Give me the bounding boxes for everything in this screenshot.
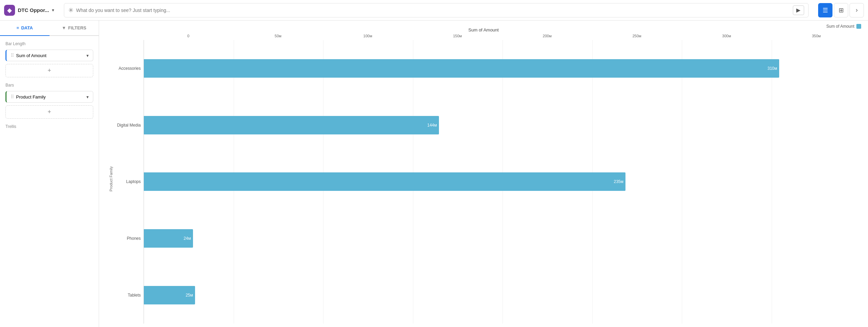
chart-body: 050м100м150м200м250м300м350м Accessories… — [116, 34, 861, 324]
category-labels: AccessoriesDigital MediaLaptopsPhonesTab… — [116, 40, 143, 324]
measure-pill[interactable]: ⠿ Sum of Amount ▾ — [5, 50, 93, 61]
legend-swatch — [856, 24, 861, 29]
category-label: Tablets — [128, 293, 141, 298]
bar-value: 310м — [768, 66, 777, 71]
x-tick: 250м — [592, 34, 682, 38]
legend: Sum of Amount — [826, 24, 861, 29]
bars-container: 310м144м235м24м25м — [143, 40, 861, 324]
y-axis-label-container: Product Family — [106, 34, 116, 324]
dimension-pill[interactable]: ⠿ Product Family ▾ — [5, 91, 93, 103]
bar: 235м — [144, 172, 625, 191]
grid-button[interactable]: ⊞ — [834, 3, 848, 17]
bar-row: 25м — [144, 284, 861, 306]
sidebar-content: Bar Length ⠿ Sum of Amount ▾ + Bars ⠿ Pr… — [0, 36, 99, 327]
bar-row: 144м — [144, 114, 861, 136]
bar-row: 24м — [144, 227, 861, 250]
add-measure-button[interactable]: + — [5, 64, 93, 77]
sidebar-tabs: ≡ DATA ▼ FILTERS — [0, 21, 99, 36]
data-tab-icon: ≡ — [16, 25, 19, 30]
category-label: Digital Media — [117, 123, 141, 128]
drag-icon-dimension: ⠿ — [11, 94, 14, 100]
filter-tab-icon: ▼ — [62, 25, 66, 30]
chart-title: Sum of Amount — [106, 27, 861, 32]
drag-icon-measure: ⠿ — [11, 53, 14, 58]
app-dropdown-icon[interactable]: ▾ — [52, 8, 54, 13]
x-tick: 50м — [233, 34, 323, 38]
chart-inner: Product Family 050м100м150м200м250м300м3… — [106, 34, 861, 324]
terminal-button[interactable]: › — [850, 3, 864, 17]
bar-row: 235м — [144, 170, 861, 193]
x-tick: 0 — [143, 34, 233, 38]
bar: 24м — [144, 229, 193, 248]
bar-length-label: Bar Length — [5, 41, 93, 46]
top-bar: ◆ DTC Oppor... ▾ ✳ ▶ ☰ ⊞ › — [0, 0, 868, 21]
x-axis-row: 050м100м150м200м250м300м350м — [116, 34, 861, 38]
category-label: Accessories — [119, 66, 141, 71]
x-tick: 100м — [323, 34, 413, 38]
bar-value: 144м — [427, 123, 437, 128]
legend-label: Sum of Amount — [826, 24, 854, 29]
y-axis-label: Product Family — [109, 166, 113, 191]
bars-and-labels: AccessoriesDigital MediaLaptopsPhonesTab… — [116, 40, 861, 324]
main-layout: ≡ DATA ▼ FILTERS Bar Length ⠿ Sum of Amo… — [0, 21, 868, 327]
bar: 25м — [144, 286, 195, 304]
bar: 144м — [144, 116, 439, 134]
tab-filters[interactable]: ▼ FILTERS — [50, 21, 99, 35]
measure-pill-label: Sum of Amount — [16, 53, 84, 58]
x-tick: 150м — [413, 34, 502, 38]
bar-chart-button[interactable]: ☰ — [818, 3, 832, 17]
chart-wrapper: Sum of Amount Product Family 050м100м150… — [99, 21, 868, 327]
x-tick: 350м — [771, 34, 861, 38]
tab-data-label: DATA — [21, 25, 33, 30]
bar: 310м — [144, 59, 779, 78]
search-area: ✳ ▶ — [64, 3, 809, 17]
top-right-buttons: ☰ ⊞ › — [818, 3, 864, 17]
chart-area: Sum of Amount Sum of Amount Product Fami… — [99, 21, 868, 327]
dimension-chevron-icon[interactable]: ▾ — [86, 94, 89, 100]
bar-value: 24м — [183, 236, 191, 241]
app-icon: ◆ — [4, 5, 15, 16]
x-tick: 200м — [502, 34, 592, 38]
bar-row: 310м — [144, 57, 861, 80]
search-star-icon: ✳ — [68, 6, 73, 14]
app-title: DTC Oppor... — [18, 7, 49, 13]
dimension-pill-label: Product Family — [16, 94, 84, 100]
tab-filters-label: FILTERS — [68, 25, 86, 30]
tab-data[interactable]: ≡ DATA — [0, 21, 50, 36]
trellis-label: Trellis — [5, 124, 93, 129]
category-label: Phones — [127, 236, 141, 241]
bar-value: 25м — [185, 293, 193, 298]
bar-value: 235м — [614, 179, 623, 184]
sidebar: ≡ DATA ▼ FILTERS Bar Length ⠿ Sum of Amo… — [0, 21, 99, 327]
x-tick: 300м — [682, 34, 772, 38]
measure-chevron-icon: ▾ — [86, 53, 89, 58]
category-label: Laptops — [126, 179, 141, 184]
play-button[interactable]: ▶ — [793, 5, 804, 15]
bars-label: Bars — [5, 83, 93, 88]
search-input[interactable] — [76, 8, 790, 13]
add-dimension-button[interactable]: + — [5, 105, 93, 119]
